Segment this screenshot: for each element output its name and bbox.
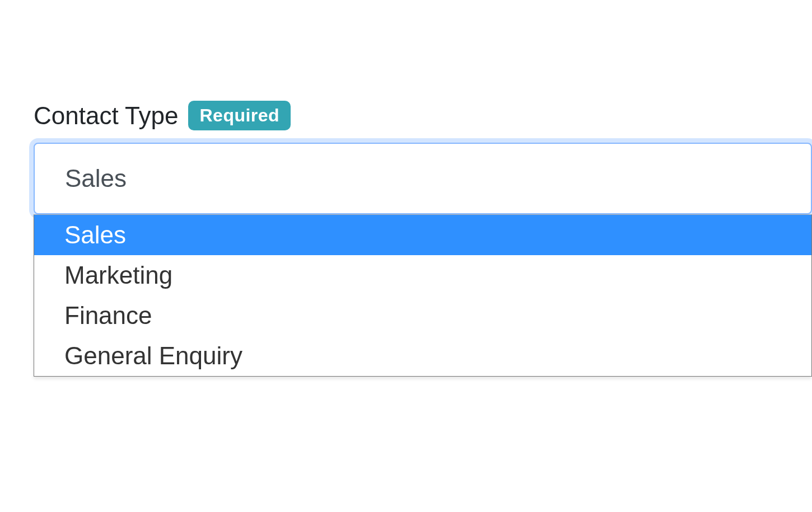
label-row: Contact Type Required [34, 101, 812, 130]
select-wrapper: Sales SalesMarketingFinanceGeneral Enqui… [34, 143, 812, 214]
selected-value: Sales [65, 165, 127, 192]
dropdown-list: SalesMarketingFinanceGeneral Enquiry [34, 214, 812, 377]
option-sales[interactable]: Sales [34, 215, 811, 255]
contact-type-field: Contact Type Required Sales SalesMarketi… [34, 101, 812, 214]
option-finance[interactable]: Finance [34, 295, 811, 336]
option-marketing[interactable]: Marketing [34, 255, 811, 295]
option-general-enquiry[interactable]: General Enquiry [34, 336, 811, 376]
contact-type-select[interactable]: Sales [34, 143, 812, 214]
field-label: Contact Type [34, 102, 178, 130]
required-badge: Required [188, 101, 291, 130]
